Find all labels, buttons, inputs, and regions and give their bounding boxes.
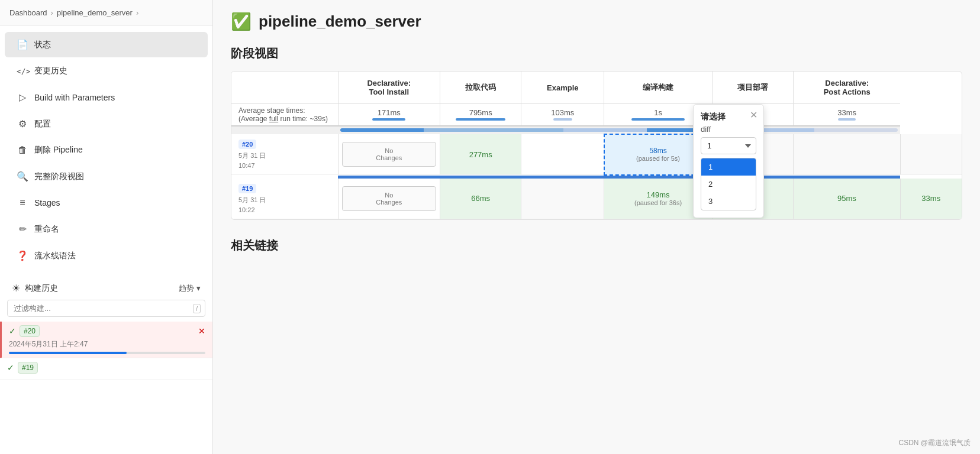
stage-view-title: 阶段视图 [231,46,962,61]
sidebar: Dashboard › pipeline_demo_server › 📄 状态 … [0,0,213,454]
build-20-progress-bar [9,352,127,354]
no-changes-box-20: NoChanges [342,142,436,167]
col-declarative-tool: Declarative: Tool Install [338,72,440,104]
build-19-cell-4[interactable]: 95ms [794,179,900,219]
breadcrumb: Dashboard › pipeline_demo_server › [0,0,212,26]
build-20-progress [9,352,205,354]
build-history-title: ☀ 构建历史 [12,283,58,294]
sidebar-item-delete[interactable]: 🗑 删除 Pipeline [5,138,208,163]
avg-time-1: 795ms [440,104,521,127]
sidebar-item-build-params[interactable]: ▷ Build with Parameters [5,85,208,110]
dropdown-option-1[interactable]: 1 [701,158,756,176]
build-19-no-changes: NoChanges [338,179,440,219]
build-19-num: ✓ #19 [7,362,38,374]
build-20-no-changes: NoChanges [338,134,440,175]
build-params-icon: ▷ [17,92,28,103]
rename-icon: ✏ [17,223,28,235]
avg-label-cell: Average stage times: (Average full run t… [231,104,338,127]
pipeline-status-icon: ✅ [231,12,252,31]
avg-label3: run time: ~39s) [281,115,328,123]
avg-time-0: 171ms [338,104,440,127]
build-history-section: ☀ 构建历史 趋势 ▾ / ✓ #20 [0,277,212,380]
sidebar-item-pipeline-syntax[interactable]: ❓ 流水线语法 [5,243,208,268]
filter-box: / [7,300,205,317]
build-19-cell-1 [521,179,604,219]
build-19-stage-time: 149ms [614,190,702,199]
chevron-down-icon: ▾ [196,284,201,293]
avg-label2: (Average [238,115,267,123]
sidebar-label-pipeline-syntax: 流水线语法 [34,251,76,261]
avg-time-2: 103ms [521,104,604,127]
sidebar-label-delete: 删除 Pipeline [34,145,83,155]
build-20-num: ✓ #20 [9,325,40,337]
build-19-cell-5[interactable]: 33ms [900,179,962,219]
build-history-label: 构建历史 [25,283,58,294]
build-20-badge: #20 [20,325,40,337]
build-20-date: 2024年5月31日 上午2:47 [9,339,205,349]
sun-icon: ☀ [12,283,20,294]
build-item-20[interactable]: ✓ #20 ✕ 2024年5月31日 上午2:47 [0,322,212,358]
dropdown-option-3[interactable]: 3 [701,193,756,210]
sidebar-label-status: 状态 [34,40,51,50]
sidebar-label-rename: 重命名 [34,224,59,235]
build-history-header: ☀ 构建历史 趋势 ▾ [0,277,212,297]
build-20-cell-0[interactable]: 277ms [440,134,521,175]
build-20-header: ✓ #20 ✕ [9,325,205,337]
build-20-cell-1 [521,134,604,175]
col-post-actions: Declarative: Post Actions [794,72,900,104]
build-19-paused: (paused for 36s) [614,199,702,206]
build-20-date-cell: 5月 31 日 [238,152,266,159]
sidebar-item-stages[interactable]: ≡ Stages [5,190,208,215]
build-19-time-cell: 10:22 [238,206,255,213]
build-item-19[interactable]: ✓ #19 [0,358,212,380]
popup-title: 请选择 [701,112,756,122]
sidebar-label-full-stage: 完整阶段视图 [34,171,84,182]
dropdown-option-2[interactable]: 2 [701,176,756,193]
page-title: pipeline_demo_server [259,12,421,31]
filter-input[interactable] [7,300,205,317]
build-20-info: #20 5月 31 日 10:47 [231,134,338,175]
change-history-icon: </> [17,67,28,76]
breadcrumb-sep2: › [136,8,138,17]
build-20-tag[interactable]: #20 [238,140,256,149]
trend-button[interactable]: 趋势 ▾ [179,283,201,294]
col-example: Example [521,72,604,104]
nav-section: 📄 状态 </> 变更历史 ▷ Build with Parameters ⚙ … [0,31,212,270]
footer-brand: CSDN @霸道流氓气质 [898,438,971,448]
col-deploy: 项目部署 [712,72,793,104]
build-19-date-cell: 5月 31 日 [238,196,266,203]
stage-col-label [231,72,338,104]
no-changes-box-19: NoChanges [342,186,436,211]
build-20-stage-time: 58ms [614,147,702,155]
breadcrumb-pipeline: pipeline_demo_server [57,8,133,17]
status-icon: 📄 [17,39,28,50]
sidebar-label-change-history: 变更历史 [34,66,67,76]
sidebar-item-settings[interactable]: ⚙ 配置 [5,111,208,137]
avg-time-5: 33ms [794,104,900,127]
stage-table: Declarative: Tool Install 拉取代码 Example 编… [231,72,962,219]
filter-shortcut: / [193,304,201,313]
stages-icon: ≡ [17,197,28,208]
build-20-close[interactable]: ✕ [198,326,205,336]
pipeline-syntax-icon: ❓ [17,250,28,261]
sidebar-item-change-history[interactable]: </> 变更历史 [5,59,208,83]
delete-icon: 🗑 [17,145,28,155]
breadcrumb-dashboard[interactable]: Dashboard [9,8,47,17]
dropdown-popup: ✕ 请选择 diff 1 1 2 3 [693,104,764,218]
sidebar-label-stages: Stages [34,198,60,207]
sidebar-item-full-stage[interactable]: 🔍 完整阶段视图 [5,164,208,189]
build-20-success-icon: ✓ [9,326,16,336]
build-19-tag[interactable]: #19 [238,184,256,193]
popup-close-button[interactable]: ✕ [750,109,757,121]
stage-header-row: Declarative: Tool Install 拉取代码 Example 编… [231,72,962,104]
dropdown-select[interactable]: 1 [701,137,756,154]
build-19-cell-0[interactable]: 66ms [440,179,521,219]
sidebar-item-status[interactable]: 📄 状态 [5,32,208,57]
related-links-title: 相关链接 [231,238,962,254]
page-header: ✅ pipeline_demo_server [231,12,962,31]
sidebar-item-rename[interactable]: ✏ 重命名 [5,216,208,242]
build-20-paused: (paused for 5s) [614,155,702,162]
build-20-time-cell: 10:47 [238,162,255,169]
dropdown-options-list: 1 2 3 [701,158,756,210]
trend-label: 趋势 [179,283,194,294]
